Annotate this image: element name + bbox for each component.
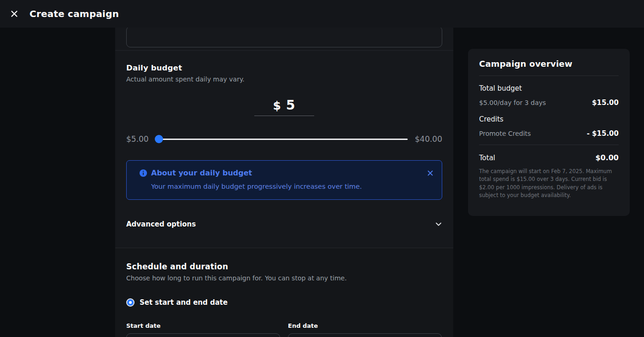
radio-selected-icon[interactable] [126,298,135,307]
total-budget-value: $15.00 [592,99,619,107]
end-date-label: End date [288,322,442,329]
overview-title: Campaign overview [479,59,619,69]
close-button[interactable] [9,9,19,19]
banner-title: About your daily budget [151,168,422,177]
chevron-down-icon [435,221,442,228]
previous-field-section [115,28,453,51]
close-icon [9,9,19,19]
total-budget-label: Total budget [479,84,619,93]
schedule-title: Schedule and duration [126,262,442,271]
budget-slider-row: $5.00 $40.00 [126,134,442,144]
date-fields-row: Start date February 7, 2025, 04:01 PM En… [126,322,442,337]
start-date-field: Start date February 7, 2025, 04:01 PM [126,322,280,337]
advanced-options-label: Advanced options [126,220,196,228]
total-label: Total [479,154,495,162]
banner-close-icon [426,169,434,177]
end-date-field: End date February 10, 2025, 04:01 PM [288,322,442,337]
banner-body-text: Your maximum daily budget progressively … [151,183,434,190]
total-budget-row: $5.00/day for 3 days $15.00 [479,99,619,107]
credits-row: Promote Credits - $15.00 [479,129,619,138]
start-date-label: Start date [126,322,280,329]
banner-close-button[interactable] [426,169,434,177]
header-bar: Create campaign [0,0,644,28]
schedule-section: Schedule and duration Choose how long to… [115,248,453,337]
schedule-subtitle: Choose how long to run this campaign for… [126,274,442,282]
overview-fine-print: The campaign will start on Feb 7, 2025. … [479,168,619,199]
banner-header: About your daily budget [139,168,434,177]
info-icon [139,169,147,177]
daily-budget-section: Daily budget Actual amount spent daily m… [115,51,453,248]
slider-max-label: $40.00 [415,134,442,144]
total-budget-desc: $5.00/day for 3 days [479,99,546,106]
campaign-form-column: Daily budget Actual amount spent daily m… [115,28,453,337]
credits-label: Credits [479,115,619,123]
scrolled-input-partial[interactable] [126,28,442,47]
overview-divider [479,76,619,76]
daily-budget-amount-value[interactable]: 5 [286,98,295,113]
budget-slider[interactable] [156,139,408,140]
daily-budget-info-banner: About your daily budget Your maximum dai… [126,160,442,200]
slider-min-label: $5.00 [126,134,149,144]
credits-value: - $15.00 [587,129,619,138]
end-date-input[interactable]: February 10, 2025, 04:01 PM [288,333,442,337]
currency-symbol: $ [273,99,281,112]
total-value: $0.00 [595,153,619,162]
set-dates-radio-option[interactable]: Set start and end date [126,298,442,307]
overview-divider-2 [479,145,619,145]
campaign-overview-card: Campaign overview Total budget $5.00/day… [468,49,630,216]
credits-desc: Promote Credits [479,130,531,137]
daily-budget-subtitle: Actual amount spent daily may vary. [126,76,442,83]
daily-budget-amount-input[interactable]: $ 5 [254,98,314,116]
advanced-options-toggle[interactable]: Advanced options [126,220,442,228]
set-dates-radio-label: Set start and end date [140,298,228,307]
page-title: Create campaign [29,8,119,19]
slider-thumb[interactable] [155,135,163,143]
start-date-input[interactable]: February 7, 2025, 04:01 PM [126,333,280,337]
daily-budget-title: Daily budget [126,64,442,72]
total-row: Total $0.00 [479,153,619,162]
